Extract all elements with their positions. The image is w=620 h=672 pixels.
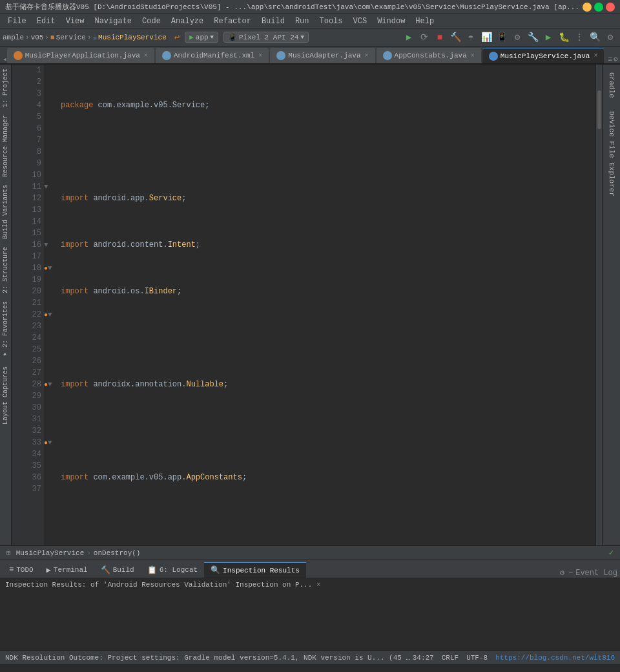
avd-button[interactable]: 📱	[495, 30, 509, 45]
tab-java2-icon	[276, 51, 285, 60]
menu-view[interactable]: View	[61, 16, 90, 27]
tab-musicplayservice[interactable]: MusicPlayService.java ×	[482, 48, 604, 63]
sidebar-tab-gradle[interactable]: Gradle	[605, 67, 618, 103]
bottom-tab-build[interactable]: 🔨 Build	[94, 562, 141, 578]
breadcrumb-ample[interactable]: ample	[3, 34, 24, 41]
tab-manifest[interactable]: AndroidManifest.xml ×	[156, 48, 269, 63]
event-log-button[interactable]: Event Log	[575, 569, 617, 578]
sync-button[interactable]: ⟳	[417, 30, 431, 45]
menu-vcs[interactable]: VCS	[348, 16, 373, 27]
sidebar-tab-favorites[interactable]: ★ 2: Favorites	[1, 297, 10, 362]
run2-button[interactable]: ▶	[541, 30, 555, 45]
gutter-26	[44, 355, 56, 367]
tab-close-manifest[interactable]: ×	[258, 52, 262, 59]
tab-close-musicplayservice[interactable]: ×	[594, 52, 597, 59]
breadcrumb-method[interactable]: onDestroy()	[94, 549, 141, 557]
search-icon[interactable]: 🔍	[588, 30, 602, 45]
sidebar-tab-structure[interactable]: 2: Structure	[1, 243, 10, 297]
menu-file[interactable]: File	[3, 16, 32, 27]
tab-close-musicplayer[interactable]: ×	[144, 52, 148, 59]
build-button[interactable]: 🔨	[448, 30, 462, 45]
java-icon: ☕	[92, 33, 97, 41]
cursor-position[interactable]: 34:27	[413, 654, 434, 662]
line-num-11: 11	[14, 181, 41, 193]
close-button[interactable]	[606, 3, 615, 12]
fold-11[interactable]: ▼	[44, 183, 48, 191]
code-content[interactable]: package com.example.v05.Service; import …	[56, 65, 595, 545]
menu-help[interactable]: Help	[410, 16, 439, 27]
tab-close-appconstants[interactable]: ×	[471, 52, 475, 59]
menu-run[interactable]: Run	[290, 16, 315, 27]
line-num-4: 4	[14, 100, 41, 111]
fold-22[interactable]: ▼	[48, 311, 52, 319]
menu-tools[interactable]: Tools	[315, 16, 348, 27]
minimize-button[interactable]	[583, 3, 592, 12]
breadcrumb-file[interactable]: MusicPlayService	[16, 549, 85, 557]
inspection-label: Inspection Results	[223, 567, 300, 574]
more-button[interactable]: ⋮	[572, 30, 586, 45]
gutter-31	[44, 414, 56, 425]
maximize-button[interactable]	[594, 3, 603, 12]
stop-button[interactable]: ■	[433, 30, 447, 45]
bottom-content: Inspection Results: of 'Android Resource…	[0, 578, 620, 650]
editor-breadcrumb: ⊞ MusicPlayService › onDestroy() ✓	[0, 545, 620, 560]
blog-link[interactable]: https://blog.csdn.net/wlt816	[495, 654, 615, 662]
tab-appconstants[interactable]: AppConstabts.java ×	[377, 48, 481, 63]
tab-settings-icon[interactable]: ⚙	[614, 55, 618, 63]
encoding[interactable]: UTF-8	[466, 654, 488, 662]
bottom-tab-todo[interactable]: ≡ TODO	[3, 562, 40, 578]
breadcrumb-v05[interactable]: v05	[31, 34, 44, 41]
menu-refactor[interactable]: Refactor	[209, 16, 256, 27]
vertical-scrollbar[interactable]	[595, 65, 602, 545]
tab-more-icon[interactable]: ≡	[608, 56, 612, 63]
line-num-29: 29	[14, 390, 41, 402]
menu-edit[interactable]: Edit	[32, 16, 61, 27]
menu-code[interactable]: Code	[137, 16, 166, 27]
sidebar-tab-project[interactable]: 1: Project	[1, 65, 10, 111]
code-editor: 1 2 3 4 5 6 7 8 9 10 11 12 13 14 15 16 1…	[12, 65, 602, 545]
scrollbar-thumb[interactable]	[597, 90, 601, 129]
bottom-tab-terminal[interactable]: ▶ Terminal	[40, 562, 94, 578]
tab-scroll-left[interactable]: ◂	[3, 55, 7, 63]
debug-button[interactable]: 🐛	[557, 30, 571, 45]
breadcrumb-musicplayservice[interactable]: ☕ MusicPlayService	[92, 33, 166, 41]
menu-navigate[interactable]: Navigate	[89, 16, 137, 27]
gutter-28: ● ▼	[44, 379, 56, 390]
menu-window[interactable]: Window	[372, 16, 410, 27]
fold-18[interactable]: ▼	[48, 264, 52, 272]
tab-java4-icon	[489, 52, 498, 61]
terminal-icon: ▶	[46, 565, 51, 575]
gutter-14	[44, 216, 56, 227]
inspection-close-button[interactable]: ×	[316, 581, 321, 589]
bottom-tab-logcat[interactable]: 📋 6: Logcat	[141, 562, 204, 578]
sdk-button[interactable]: ⚙	[510, 30, 524, 45]
bottom-tab-inspection[interactable]: 🔍 Inspection Results	[204, 562, 306, 578]
breadcrumb-service[interactable]: ■ Service	[50, 34, 86, 41]
revert-icon[interactable]: ↩	[174, 32, 180, 43]
sidebar-tab-resource[interactable]: Resource Manager	[1, 111, 10, 181]
bottom-settings-icon[interactable]: ⚙	[560, 568, 564, 578]
line-ending[interactable]: CRLF	[442, 654, 459, 662]
run-config-selector[interactable]: ▶ app ▼	[185, 32, 218, 43]
fold-16[interactable]: ▼	[44, 241, 48, 249]
menu-build[interactable]: Build	[256, 16, 290, 27]
profile-button[interactable]: 📊	[479, 30, 493, 45]
fold-33[interactable]: ▼	[48, 439, 52, 446]
gutter-15	[44, 227, 56, 239]
sidebar-tab-build-variants[interactable]: Build Variants	[1, 181, 10, 243]
tab-adapter[interactable]: MusicAdapter.java ×	[270, 48, 375, 63]
sidebar-tab-device-file[interactable]: Device File Explorer	[605, 106, 618, 202]
menu-analyze[interactable]: Analyze	[166, 16, 209, 27]
sidebar-tab-layout[interactable]: Layout Captures	[1, 362, 10, 428]
run-button[interactable]: ▶	[402, 30, 416, 45]
run-actions: ▶ ⟳ ■ 🔨 ☂ 📊 📱 ⚙ 🔧 ▶ 🐛 ⋮ 🔍 ⚙	[402, 30, 617, 45]
settings-button[interactable]: 🔧	[526, 30, 540, 45]
coverage-button[interactable]: ☂	[464, 30, 478, 45]
bottom-minimize-icon[interactable]: −	[568, 569, 573, 578]
device-selector[interactable]: 📱 Pixel 2 API 24 ▼	[223, 32, 309, 43]
settings2-button[interactable]: ⚙	[603, 30, 617, 45]
tab-close-adapter[interactable]: ×	[365, 52, 369, 59]
tab-musicplayer[interactable]: MusicPlayerApplication.java ×	[7, 48, 154, 63]
gutter-7	[44, 134, 56, 146]
fold-28[interactable]: ▼	[48, 381, 52, 388]
